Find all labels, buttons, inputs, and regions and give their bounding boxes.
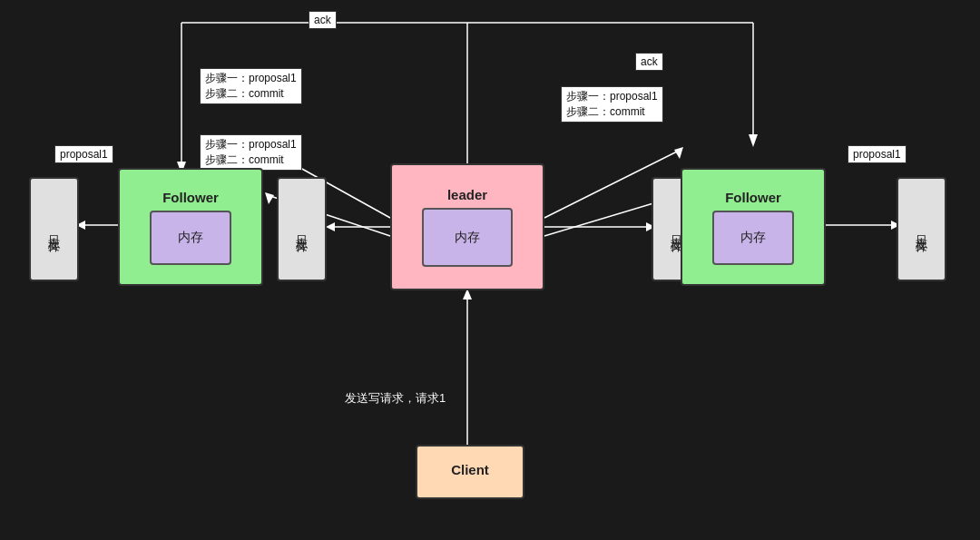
log-far-right: 日志文件 bbox=[897, 177, 946, 281]
step-label-right: 步骤一：proposal1 步骤二：commit bbox=[561, 86, 663, 123]
log-mid-left: 日志文件 bbox=[277, 177, 327, 281]
step-label-left-upper: 步骤一：proposal1 步骤二：commit bbox=[200, 68, 302, 104]
follower-right: Follower 内存 bbox=[681, 168, 826, 286]
svg-marker-12 bbox=[265, 192, 274, 204]
diagram: ack ack proposal1 proposal1 步骤一：proposal… bbox=[0, 0, 980, 540]
write-request-label: 发送写请求，请求1 bbox=[345, 390, 446, 407]
proposal1-label-far-right: proposal1 bbox=[848, 145, 906, 162]
log-far-left: 日志文件 bbox=[29, 177, 79, 281]
ack-label-left: ack bbox=[309, 11, 337, 27]
follower-left-mem: 内存 bbox=[150, 211, 231, 265]
svg-marker-22 bbox=[326, 222, 335, 231]
leader: leader 内存 bbox=[390, 163, 544, 290]
follower-right-mem: 内存 bbox=[712, 211, 794, 265]
svg-marker-8 bbox=[749, 134, 758, 147]
step-label-left-lower: 步骤一：proposal1 步骤二：commit bbox=[200, 134, 302, 171]
follower-left: Follower 内存 bbox=[118, 168, 263, 286]
proposal1-label-far-left: proposal1 bbox=[54, 145, 113, 162]
svg-marker-14 bbox=[674, 147, 683, 159]
ack-label-right: ack bbox=[635, 53, 663, 69]
client: Client bbox=[416, 445, 524, 499]
leader-mem: 内存 bbox=[422, 208, 513, 267]
